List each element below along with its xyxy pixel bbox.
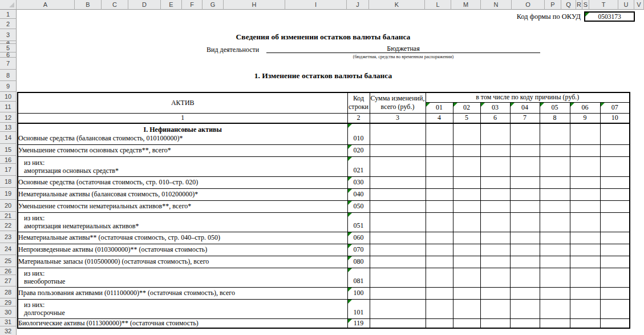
reason-05-cell[interactable] xyxy=(540,123,570,144)
row-header-27[interactable]: 27 xyxy=(0,275,17,286)
row-header-8[interactable]: 8 xyxy=(0,70,17,81)
reason-02-cell[interactable] xyxy=(453,144,480,156)
reason-03-cell[interactable] xyxy=(480,232,510,244)
row-header-5[interactable]: 5 xyxy=(0,44,17,53)
reason-01-cell[interactable] xyxy=(426,287,453,299)
reason-03-cell[interactable] xyxy=(480,318,510,328)
column-header-H[interactable]: H xyxy=(224,0,285,10)
column-header-O[interactable]: O xyxy=(512,0,545,10)
header-reason-07[interactable]: 07 xyxy=(600,102,630,113)
reason-03-cell[interactable] xyxy=(480,156,510,176)
asset-label-cell[interactable]: I. Нефинансовые активыОсновные средства … xyxy=(18,123,347,144)
reason-07-cell[interactable] xyxy=(600,188,630,200)
reason-02-cell[interactable] xyxy=(453,318,480,328)
row-header-31[interactable]: 31 xyxy=(0,318,17,326)
sum-cell[interactable] xyxy=(370,156,426,176)
column-header-E[interactable]: E xyxy=(161,0,182,10)
reason-05-cell[interactable] xyxy=(540,156,570,176)
colnum-4[interactable]: 4 xyxy=(426,113,453,123)
header-sum[interactable]: Сумма изменений, всего (руб.) xyxy=(370,92,426,113)
reason-04-cell[interactable] xyxy=(510,268,540,287)
reason-07-cell[interactable] xyxy=(600,200,630,212)
reason-01-cell[interactable] xyxy=(426,268,453,287)
column-header-M[interactable]: M xyxy=(451,0,481,10)
row-header-2[interactable]: 2 xyxy=(0,19,17,29)
row-header-26[interactable]: 26 xyxy=(0,267,17,275)
reason-06-cell[interactable] xyxy=(570,200,600,212)
sum-cell[interactable] xyxy=(370,188,426,200)
reason-07-cell[interactable] xyxy=(600,318,630,328)
reason-05-cell[interactable] xyxy=(540,299,570,318)
colnum-5[interactable]: 5 xyxy=(453,113,480,123)
reason-06-cell[interactable] xyxy=(570,232,600,244)
reason-06-cell[interactable] xyxy=(570,188,600,200)
header-asset[interactable]: АКТИВ xyxy=(18,92,347,113)
reason-03-cell[interactable] xyxy=(480,299,510,318)
reason-04-cell[interactable] xyxy=(510,318,540,328)
line-code-cell[interactable]: 060 xyxy=(347,232,370,244)
reason-01-cell[interactable] xyxy=(426,299,453,318)
reason-03-cell[interactable] xyxy=(480,287,510,299)
header-reason-01[interactable]: 01 xyxy=(426,102,453,113)
column-header-B[interactable]: B xyxy=(75,0,102,10)
row-header-13[interactable]: 13 xyxy=(0,123,17,132)
sum-cell[interactable] xyxy=(370,123,426,144)
sum-cell[interactable] xyxy=(370,268,426,287)
column-header-T[interactable]: T xyxy=(589,0,618,10)
header-reason-02[interactable]: 02 xyxy=(453,102,480,113)
asset-label-cell[interactable]: Уменьшение стоимости нематериальных акти… xyxy=(18,200,347,212)
reason-03-cell[interactable] xyxy=(480,256,510,268)
row-header-17[interactable]: 17 xyxy=(0,164,17,176)
colnum-10[interactable]: 10 xyxy=(600,113,630,123)
row-header-30[interactable]: 30 xyxy=(0,306,17,318)
row-header-28[interactable]: 28 xyxy=(0,286,17,298)
row-header-7[interactable]: 7 xyxy=(0,58,17,70)
sum-cell[interactable] xyxy=(370,256,426,268)
row-header-21[interactable]: 21 xyxy=(0,212,17,220)
asset-label-cell[interactable]: Нематериальные активы** (остаточная стои… xyxy=(18,232,347,244)
column-header-D[interactable]: D xyxy=(128,0,161,10)
line-code-cell[interactable]: 051 xyxy=(347,212,370,232)
row-header-11[interactable]: 11 xyxy=(0,102,17,112)
asset-label-cell[interactable]: из них:долгосрочные xyxy=(18,299,347,318)
column-header-U[interactable]: U xyxy=(618,0,634,10)
line-code-cell[interactable]: 020 xyxy=(347,144,370,156)
reason-02-cell[interactable] xyxy=(453,299,480,318)
reason-07-cell[interactable] xyxy=(600,212,630,232)
reason-01-cell[interactable] xyxy=(426,318,453,328)
colnum-2[interactable]: 2 xyxy=(347,113,370,123)
sum-cell[interactable] xyxy=(370,244,426,256)
reason-02-cell[interactable] xyxy=(453,176,480,188)
header-reason-04[interactable]: 04 xyxy=(510,102,540,113)
row-header-23[interactable]: 23 xyxy=(0,231,17,243)
row-header-20[interactable]: 20 xyxy=(0,200,17,212)
row-header-14[interactable]: 14 xyxy=(0,132,17,144)
reason-06-cell[interactable] xyxy=(570,299,600,318)
row-header-24[interactable]: 24 xyxy=(0,243,17,255)
line-code-cell[interactable]: 100 xyxy=(347,287,370,299)
column-header-J[interactable]: J xyxy=(347,0,369,10)
column-header-N[interactable]: N xyxy=(481,0,512,10)
colnum-6[interactable]: 6 xyxy=(480,113,510,123)
row-header-1[interactable]: 1 xyxy=(0,10,17,19)
column-header-V[interactable]: V xyxy=(634,0,644,10)
reason-05-cell[interactable] xyxy=(540,268,570,287)
reason-07-cell[interactable] xyxy=(600,244,630,256)
reason-04-cell[interactable] xyxy=(510,188,540,200)
reason-05-cell[interactable] xyxy=(540,144,570,156)
asset-label-cell[interactable]: из них:внеоборотные xyxy=(18,268,347,287)
header-reason-05[interactable]: 05 xyxy=(540,102,570,113)
column-header-K[interactable]: K xyxy=(369,0,425,10)
reason-07-cell[interactable] xyxy=(600,176,630,188)
reason-01-cell[interactable] xyxy=(426,123,453,144)
sum-cell[interactable] xyxy=(370,200,426,212)
row-header-9[interactable]: 9 xyxy=(0,81,17,92)
sum-cell[interactable] xyxy=(370,318,426,328)
reason-05-cell[interactable] xyxy=(540,200,570,212)
header-reason-06[interactable]: 06 xyxy=(570,102,600,113)
sum-cell[interactable] xyxy=(370,299,426,318)
header-reason-03[interactable]: 03 xyxy=(480,102,510,113)
reason-05-cell[interactable] xyxy=(540,232,570,244)
reason-06-cell[interactable] xyxy=(570,144,600,156)
reason-02-cell[interactable] xyxy=(453,256,480,268)
